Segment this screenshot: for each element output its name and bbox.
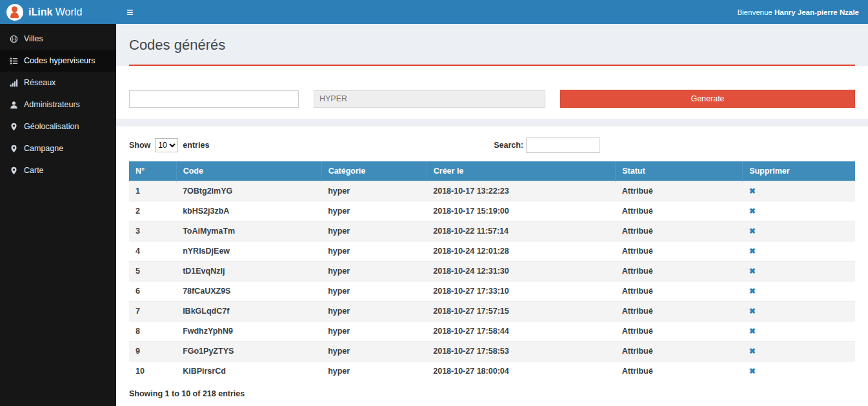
table-row: 4 nYRIsDjEew hyper 2018-10-24 12:01:28 A… [129, 241, 855, 261]
delete-icon[interactable]: ✖ [749, 247, 756, 256]
cell-created: 2018-10-27 18:00:04 [427, 361, 616, 381]
cell-delete: ✖ [743, 221, 855, 241]
cell-created: 2018-10-27 17:33:10 [427, 281, 616, 301]
sidebar-item-campagne[interactable]: Campagne [0, 137, 116, 159]
column-header-supprimer[interactable]: Supprimer [743, 161, 855, 181]
cell-status: Attribué [616, 321, 743, 341]
sidebar-item-administrateurs[interactable]: Administrateurs [0, 94, 116, 116]
cell-num: 5 [129, 261, 176, 281]
cell-delete: ✖ [743, 341, 855, 361]
sidebar-item-codes-hyperviseurs[interactable]: Codes hyperviseurs [0, 50, 116, 72]
delete-icon[interactable]: ✖ [749, 307, 756, 316]
delete-icon[interactable]: ✖ [749, 267, 756, 276]
page-header: Codes générés [116, 24, 868, 66]
sidebar-item-label: Administrateurs [24, 100, 80, 109]
table-controls: Show 10 entries Search: [129, 137, 855, 153]
cell-category: hyper [321, 261, 427, 281]
generate-form-panel: Generate [116, 66, 868, 119]
codes-table-panel: Show 10 entries Search: N°CodeCatégorieC… [116, 127, 868, 406]
category-field[interactable] [314, 90, 545, 108]
cell-category: hyper [321, 181, 427, 201]
delete-icon[interactable]: ✖ [749, 347, 756, 356]
delete-icon[interactable]: ✖ [749, 367, 756, 376]
cell-code: kbHS2j3zbA [176, 201, 321, 221]
cell-category: hyper [321, 201, 427, 221]
cell-delete: ✖ [743, 281, 855, 301]
cell-code: nYRIsDjEew [176, 241, 321, 261]
column-header-categorie[interactable]: Catégorie [321, 161, 427, 181]
cell-code: IBkGLqdC7f [176, 301, 321, 321]
search-input[interactable] [526, 137, 600, 153]
table-header-row: N°CodeCatégorieCréer leStatutSupprimer [129, 161, 855, 181]
cell-category: hyper [321, 221, 427, 241]
cell-delete: ✖ [743, 181, 855, 201]
column-header-code[interactable]: Code [176, 161, 321, 181]
table-row: 8 FwdhzYphN9 hyper 2018-10-27 17:58:44 A… [129, 321, 855, 341]
cell-num: 8 [129, 321, 176, 341]
cell-code: FGo1PyZTYS [176, 341, 321, 361]
table-row: 6 78fCaUXZ9S hyper 2018-10-27 17:33:10 A… [129, 281, 855, 301]
bars-icon [9, 56, 18, 65]
sidebar-item-carte[interactable]: Carte [0, 159, 116, 181]
sidebar-item-label: Campagne [24, 144, 63, 153]
cell-status: Attribué [616, 281, 743, 301]
cell-category: hyper [321, 321, 427, 341]
cell-status: Attribué [616, 181, 743, 201]
welcome-prefix: Bienvenue [737, 8, 772, 16]
sidebar-item-reseaux[interactable]: Réseaux [0, 72, 116, 94]
delete-icon[interactable]: ✖ [749, 187, 756, 196]
delete-icon[interactable]: ✖ [749, 207, 756, 216]
delete-icon[interactable]: ✖ [749, 287, 756, 296]
cell-num: 9 [129, 341, 176, 361]
search-label: Search: [494, 141, 523, 150]
cell-created: 2018-10-17 15:19:00 [427, 201, 616, 221]
table-row: 10 KiBPirsrCd hyper 2018-10-27 18:00:04 … [129, 361, 855, 381]
sidebar-item-villes[interactable]: Villes [0, 28, 116, 50]
delete-icon[interactable]: ✖ [749, 227, 756, 236]
table-row: 7 IBkGLqdC7f hyper 2018-10-27 17:57:15 A… [129, 301, 855, 321]
cell-created: 2018-10-24 12:31:30 [427, 261, 616, 281]
table-row: 5 tD1EvqNzIj hyper 2018-10-24 12:31:30 A… [129, 261, 855, 281]
cell-num: 6 [129, 281, 176, 301]
hamburger-icon[interactable]: ≡ [126, 6, 134, 18]
app-logo-icon [6, 4, 23, 21]
cell-code: 7OBtg2lmYG [176, 181, 321, 201]
cell-created: 2018-10-27 17:58:53 [427, 341, 616, 361]
cell-num: 7 [129, 301, 176, 321]
page-size-select[interactable]: 10 [155, 138, 178, 152]
cell-category: hyper [321, 281, 427, 301]
column-header-n-[interactable]: N° [129, 161, 176, 181]
cell-status: Attribué [616, 361, 743, 381]
quantity-stepper[interactable] [129, 90, 299, 108]
cell-delete: ✖ [743, 361, 855, 381]
sidebar: VillesCodes hyperviseursRéseauxAdministr… [0, 24, 116, 406]
column-header-statut[interactable]: Statut [616, 161, 743, 181]
brand[interactable]: iLink World [0, 0, 116, 24]
column-header-creer-le[interactable]: Créer le [427, 161, 616, 181]
cell-num: 3 [129, 221, 176, 241]
brand-text: iLink World [28, 6, 82, 18]
cell-status: Attribué [616, 201, 743, 221]
map-pin-icon [9, 144, 18, 153]
cell-delete: ✖ [743, 261, 855, 281]
cell-delete: ✖ [743, 201, 855, 221]
generate-button[interactable]: Generate [560, 90, 855, 108]
delete-icon[interactable]: ✖ [749, 327, 756, 336]
cell-status: Attribué [616, 341, 743, 361]
cell-delete: ✖ [743, 321, 855, 341]
cell-code: ToAiMymaTm [176, 221, 321, 241]
sidebar-item-geolocalisation[interactable]: Géolocalisation [0, 116, 116, 137]
cell-created: 2018-10-22 11:57:14 [427, 221, 616, 241]
cell-delete: ✖ [743, 241, 855, 261]
table-row: 2 kbHS2j3zbA hyper 2018-10-17 15:19:00 A… [129, 201, 855, 221]
sidebar-item-label: Villes [24, 34, 43, 43]
sidebar-item-label: Réseaux [24, 78, 56, 87]
main-content: Codes générés Generate Show 10 entries S… [116, 0, 868, 406]
welcome-message: Bienvenue Hanry Jean-pierre Nzale [737, 8, 859, 16]
user-name[interactable]: Hanry Jean-pierre Nzale [774, 8, 859, 16]
cell-code: FwdhzYphN9 [176, 321, 321, 341]
cell-created: 2018-10-24 12:01:28 [427, 241, 616, 261]
entries-label: entries [183, 141, 209, 150]
brand-name-bold: iLink [28, 6, 52, 17]
table-row: 3 ToAiMymaTm hyper 2018-10-22 11:57:14 A… [129, 221, 855, 241]
